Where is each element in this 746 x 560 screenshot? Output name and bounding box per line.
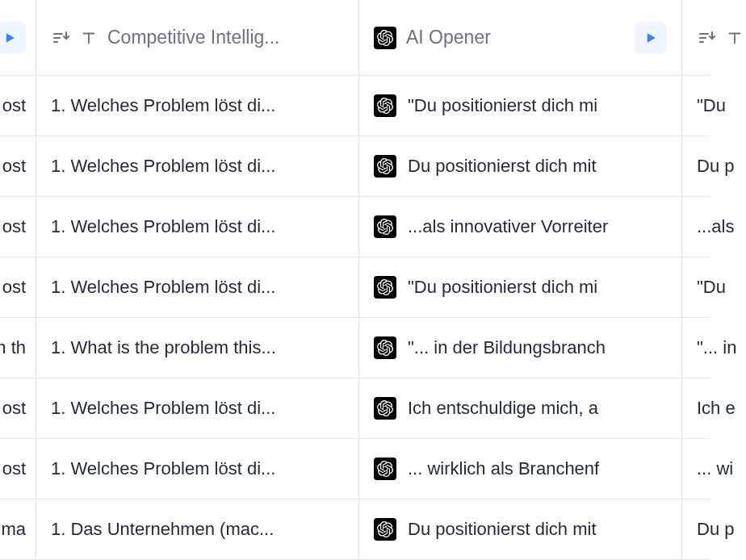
- cell-text: "Du: [697, 95, 726, 116]
- table-cell[interactable]: Ich entschuldige mich, a: [359, 378, 682, 438]
- table-row: ost1. Welches Problem löst di...... wirk…: [0, 439, 710, 499]
- cell-text: "Du positionierst dich mi: [408, 277, 597, 298]
- openai-icon: [374, 458, 396, 480]
- text-type-icon: [726, 29, 744, 47]
- cell-text: 1. Welches Problem löst di...: [51, 216, 275, 237]
- table-cell[interactable]: ost: [0, 378, 36, 438]
- table-cell[interactable]: "Du: [682, 257, 746, 317]
- table-row: ost1. Welches Problem löst di...Ich ents…: [0, 378, 710, 439]
- openai-icon: [374, 276, 396, 299]
- cell-text: 1. Welches Problem löst di...: [51, 156, 275, 177]
- play-icon: [2, 30, 18, 46]
- cell-text: ost: [2, 398, 26, 419]
- openai-icon: [374, 518, 396, 541]
- table-cell[interactable]: "... in der Bildungsbranch: [359, 318, 682, 378]
- table-cell[interactable]: Du p: [682, 136, 746, 196]
- cell-text: ost: [2, 216, 26, 237]
- cell-text: ost: [2, 277, 26, 298]
- cell-text: 1. Welches Problem löst di...: [51, 95, 275, 116]
- cell-text: 1. Welches Problem löst di...: [51, 277, 275, 298]
- cell-text: 1. Welches Problem löst di...: [51, 458, 275, 479]
- sort-icon: [697, 28, 716, 48]
- cell-text: 1. What is the problem this...: [51, 337, 276, 358]
- cell-text: Du positionierst dich mit: [408, 156, 597, 177]
- cell-text: Ich e: [697, 398, 736, 419]
- cell-text: "... in der Bildungsbranch: [408, 337, 606, 358]
- play-icon: [643, 30, 659, 46]
- table-cell[interactable]: Du positionierst dich mit: [359, 136, 682, 196]
- table-cell[interactable]: ost: [0, 439, 36, 499]
- table-cell[interactable]: 1. Welches Problem löst di...: [36, 439, 359, 499]
- table-cell[interactable]: "Du positionierst dich mi: [359, 76, 682, 136]
- table-cell[interactable]: ... wi: [682, 439, 746, 499]
- table-cell[interactable]: ...als: [682, 197, 746, 257]
- table-cell[interactable]: 1. Das Unternehmen (mac...: [36, 499, 359, 559]
- cell-text: n th: [0, 337, 26, 358]
- cell-text: ost: [2, 95, 26, 116]
- text-type-icon: [80, 29, 98, 47]
- column-header-competitive[interactable]: Competitive Intellig...: [36, 0, 359, 75]
- table-cell[interactable]: 1. Welches Problem löst di...: [36, 378, 359, 438]
- table-cell[interactable]: ... wirklich als Branchenf: [359, 439, 682, 499]
- cell-text: Ich entschuldige mich, a: [408, 398, 598, 419]
- table-row: ost1. Welches Problem löst di......als i…: [0, 197, 710, 257]
- cell-text: ... wi: [697, 458, 733, 479]
- table-cell[interactable]: ma: [0, 499, 36, 559]
- cell-text: Du positionierst dich mit: [408, 519, 597, 540]
- cell-text: 1. Welches Problem löst di...: [51, 398, 275, 419]
- column-header-ai-opener[interactable]: AI Opener: [359, 0, 682, 75]
- cell-text: 1. Das Unternehmen (mac...: [51, 519, 274, 540]
- table-header-row: Competitive Intellig... AI Opener: [0, 0, 710, 76]
- cell-text: Du p: [697, 156, 734, 177]
- table-cell[interactable]: "Du positionierst dich mi: [359, 257, 682, 317]
- table-body: ost1. Welches Problem löst di..."Du posi…: [0, 76, 710, 560]
- column-header-partial-left[interactable]: [0, 0, 36, 75]
- table-cell[interactable]: 1. Welches Problem löst di...: [36, 136, 359, 196]
- column-header-label: AI Opener: [406, 27, 491, 48]
- table-cell[interactable]: 1. Welches Problem löst di...: [36, 197, 359, 257]
- table-row: ost1. Welches Problem löst di..."Du posi…: [0, 76, 710, 136]
- cell-text: ... wirklich als Branchenf: [408, 458, 599, 479]
- data-table: Competitive Intellig... AI Opener: [0, 0, 710, 560]
- cell-text: ost: [2, 156, 26, 177]
- cell-text: ost: [2, 458, 26, 479]
- run-column-button[interactable]: [635, 22, 667, 54]
- table-cell[interactable]: ost: [0, 197, 36, 257]
- openai-icon: [374, 27, 396, 49]
- table-cell[interactable]: ost: [0, 76, 36, 136]
- cell-text: ...als: [697, 216, 734, 237]
- table-cell[interactable]: ...als innovativer Vorreiter: [359, 197, 682, 257]
- cell-text: Du p: [697, 519, 734, 540]
- table-row: ost1. Welches Problem löst di..."Du posi…: [0, 257, 710, 318]
- cell-text: ...als innovativer Vorreiter: [408, 216, 608, 237]
- table-cell[interactable]: Du p: [682, 499, 746, 559]
- table-cell[interactable]: 1. Welches Problem löst di...: [36, 76, 359, 136]
- table-cell[interactable]: n th: [0, 318, 36, 378]
- openai-icon: [374, 215, 396, 238]
- openai-icon: [374, 336, 396, 359]
- sort-icon: [51, 28, 70, 48]
- table-cell[interactable]: 1. What is the problem this...: [36, 318, 359, 378]
- openai-icon: [374, 155, 396, 178]
- table-cell[interactable]: "... in: [682, 318, 746, 378]
- cell-text: "... in: [697, 337, 736, 358]
- table-row: ma1. Das Unternehmen (mac...Du positioni…: [0, 499, 710, 560]
- cell-text: "Du positionierst dich mi: [408, 95, 597, 116]
- table-cell[interactable]: 1. Welches Problem löst di...: [36, 257, 359, 317]
- table-cell[interactable]: Ich e: [682, 378, 746, 438]
- cell-text: ma: [1, 519, 26, 540]
- column-header-partial-right[interactable]: [682, 0, 746, 75]
- table-cell[interactable]: ost: [0, 257, 36, 317]
- table-row: ost1. Welches Problem löst di...Du posit…: [0, 136, 710, 197]
- table-cell[interactable]: ost: [0, 136, 36, 196]
- table-cell[interactable]: Du positionierst dich mit: [359, 499, 682, 559]
- openai-icon: [374, 94, 396, 117]
- openai-icon: [374, 397, 396, 420]
- column-header-label: Competitive Intellig...: [107, 27, 279, 48]
- table-cell[interactable]: "Du: [682, 76, 746, 136]
- run-column-button[interactable]: [0, 22, 26, 54]
- table-row: n th1. What is the problem this..."... i…: [0, 318, 710, 378]
- cell-text: "Du: [697, 277, 726, 298]
